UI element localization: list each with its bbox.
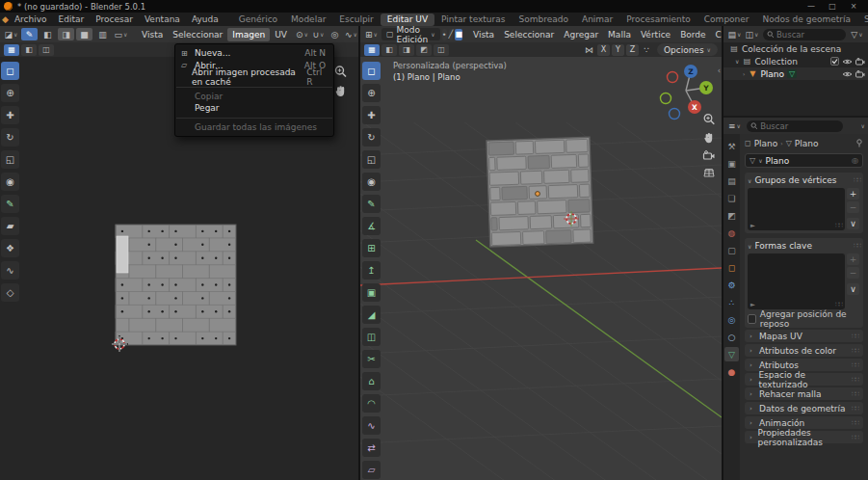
mirror-x-button[interactable]: X — [597, 44, 610, 56]
workspace-tab-nodos-de-geometría[interactable]: Nodos de geometría — [756, 13, 857, 26]
viewport-menu-cara[interactable]: Cara — [711, 28, 722, 41]
viewport-tool-annotate[interactable]: ✎ — [362, 195, 381, 213]
active-tool-icon[interactable]: ✎ — [21, 28, 38, 40]
image-pin-toggle[interactable]: ◧ — [39, 28, 56, 40]
editor-type-uv-button[interactable]: ◪ ∨ — [3, 28, 19, 40]
collapse-icon[interactable]: ∨ — [735, 58, 739, 65]
uv-tool-rip-region[interactable]: ▰ — [1, 217, 19, 235]
menu-ventana[interactable]: Ventana — [139, 14, 186, 24]
uv-editor[interactable]: ◪ ∨ ✎ ◧ ◨ ■ ▥ ▭ ∨ VistaSeleccionarImagen… — [0, 26, 358, 480]
properties-tab-world[interactable]: ◍ — [724, 226, 739, 240]
outliner-filter-button[interactable]: ▽∨ — [849, 28, 865, 40]
vertex-group-specials-menu[interactable]: ∨ — [847, 218, 859, 229]
viewport-tool-edge-slide[interactable]: ⇄ — [362, 439, 381, 457]
outliner-search-input[interactable] — [776, 30, 842, 40]
properties-tab-collection[interactable]: ▢ — [724, 243, 739, 257]
vertex-groups-list[interactable]: ►∷∷ — [748, 188, 845, 230]
minimize-button[interactable]: — — [801, 2, 822, 11]
image-slot-toggle-b[interactable]: ■ — [76, 28, 92, 40]
properties-search[interactable] — [747, 120, 843, 132]
properties-tab-particles[interactable]: ∴ — [724, 295, 739, 309]
pin-icon[interactable] — [855, 139, 863, 147]
image-slot-toggle-c[interactable]: ▥ — [94, 28, 111, 40]
uv-tool-relax[interactable]: ∿ — [1, 261, 19, 280]
properties-tab-tool[interactable]: ⚒ — [724, 139, 739, 153]
viewport-3d[interactable]: ⊞ ∨ ▢ Modo Edición ∨ ∙ ╱ ■ VistaSeleccio… — [360, 26, 722, 480]
properties-search-input[interactable] — [760, 121, 839, 131]
panel-espacio-de-texturizado[interactable]: ›Espacio de texturizado∷∷ — [745, 373, 863, 386]
viewport-pan-button[interactable] — [701, 130, 717, 146]
workspace-tab-componer[interactable]: Componer — [697, 13, 756, 26]
outliner-display-mode[interactable]: ◫∨ — [744, 28, 760, 40]
outliner-row-plano[interactable]: › ▼ Plano ▽ — [723, 67, 868, 80]
add-shape-key-button[interactable]: + — [847, 253, 859, 265]
uv-tool-annotate[interactable]: ✎ — [1, 195, 19, 213]
viewport-tool-scale[interactable]: ◱ — [362, 150, 381, 169]
panel-rehacer-malla[interactable]: ›Rehacer malla∷∷ — [745, 387, 863, 400]
viewport-tool-inset-faces[interactable]: ▣ — [362, 283, 381, 302]
uv-tool-grab[interactable]: ❖ — [1, 239, 19, 257]
render-camera-icon[interactable] — [855, 70, 865, 78]
uv-tool-move[interactable]: ✚ — [1, 106, 19, 124]
editor-type-outliner-button[interactable]: ▤∨ — [726, 28, 743, 40]
image-slot-toggle-a[interactable]: ◨ — [58, 28, 74, 40]
viewport-tool-poly-build[interactable]: ⌂ — [362, 372, 381, 390]
menu-item-pegar[interactable]: Pegar — [175, 102, 333, 115]
sidebar-collapse-arrow[interactable]: ‹ — [718, 67, 721, 75]
remove-vertex-group-button[interactable]: − — [847, 201, 859, 213]
workspace-tab-esculpir[interactable]: Esculpir — [332, 13, 380, 26]
workspace-tab-pintar-texturas[interactable]: Pintar texturas — [434, 13, 512, 26]
properties-tab-scene[interactable]: ◩ — [724, 208, 739, 223]
shape-keys-list[interactable]: ►∷∷ — [748, 253, 845, 309]
menu-ayuda[interactable]: Ayuda — [186, 14, 224, 24]
uv-sync-select-toggle[interactable]: ▦ — [4, 44, 19, 56]
checkbox-icon[interactable] — [830, 57, 839, 66]
workspace-tab-animar[interactable]: Animar — [575, 13, 619, 26]
panel-mapas-uv[interactable]: ›Mapas UV∷∷ — [745, 330, 863, 342]
properties-tab-output[interactable]: ▤ — [724, 173, 739, 188]
viewport-ortho-grid-button[interactable] — [701, 165, 717, 180]
viewport-tool-cursor-3d[interactable]: ⊕ — [362, 84, 381, 102]
workspace-tab-sombreado[interactable]: Sombreado — [512, 13, 574, 26]
viewport-menu-borde[interactable]: Borde — [675, 28, 710, 41]
snap-dropdown[interactable]: ∪∨ — [310, 28, 327, 40]
viewport-tool-rotate[interactable]: ↻ — [362, 128, 381, 147]
viewport-tool-measure[interactable]: ∡ — [362, 217, 381, 235]
viewport-menu-seleccionar[interactable]: Seleccionar — [499, 28, 559, 41]
proportional-edit-toggle[interactable]: ◎ — [327, 28, 343, 40]
menu-procesar[interactable]: Procesar — [90, 14, 139, 24]
falloff-dropdown[interactable]: ∿∨ — [343, 28, 358, 40]
menu-editar[interactable]: Editar — [53, 14, 91, 24]
tool-settings-icon-3[interactable]: ◩ — [416, 44, 432, 56]
properties-tab-constraints[interactable]: ○ — [724, 330, 739, 344]
viewport-tool-move[interactable]: ✚ — [362, 106, 381, 124]
menu-item-nueva-[interactable]: ⊞Nueva...Alt N — [175, 47, 333, 60]
workspace-tab-editar-uv[interactable]: Editar UV — [381, 13, 434, 26]
uv-zoom-button[interactable] — [333, 65, 348, 79]
mirror-z-button[interactable]: Z — [626, 44, 639, 56]
workspace-tab-genérico[interactable]: Genérico — [232, 13, 284, 26]
tool-settings-icon-4[interactable]: ◫ — [434, 44, 449, 56]
uv-menu-imagen[interactable]: Imagen — [227, 28, 270, 41]
viewport-tool-spin[interactable]: ◠ — [362, 394, 381, 413]
select-mode-vertex[interactable]: ∙ — [442, 29, 447, 40]
properties-tab-material[interactable]: ● — [724, 364, 739, 379]
list-expand-icon[interactable]: ► — [750, 222, 755, 229]
maximize-button[interactable]: □ — [822, 2, 843, 11]
uv-tool-pinch[interactable]: ◇ — [1, 283, 19, 302]
viewport-tool-loop-cut[interactable]: ◫ — [362, 328, 381, 346]
uv-tool-cursor-2d[interactable]: ⊕ — [1, 84, 19, 102]
properties-tab-render[interactable]: ▣ — [724, 156, 739, 171]
viewport-tool-shear[interactable]: ▱ — [362, 461, 381, 479]
tool-settings-icon-0[interactable]: ▦ — [364, 44, 380, 56]
display-channels-dropdown[interactable]: ▭ ∨ — [113, 28, 129, 40]
close-button[interactable]: × — [843, 2, 864, 11]
uv-select-mode-face[interactable]: ◫ — [39, 44, 54, 56]
viewport-menu-vista[interactable]: Vista — [468, 28, 499, 41]
viewport-tool-tweak-select[interactable]: ◻ — [362, 62, 381, 80]
properties-tab-view-layer[interactable]: ❏ — [724, 191, 739, 205]
menu-archivo[interactable]: Archivo — [9, 14, 53, 24]
uv-menu-vista[interactable]: Vista — [137, 28, 168, 41]
outliner-row-collection[interactable]: ∨ ▤ Collection — [723, 55, 868, 67]
render-camera-icon[interactable] — [855, 58, 865, 66]
